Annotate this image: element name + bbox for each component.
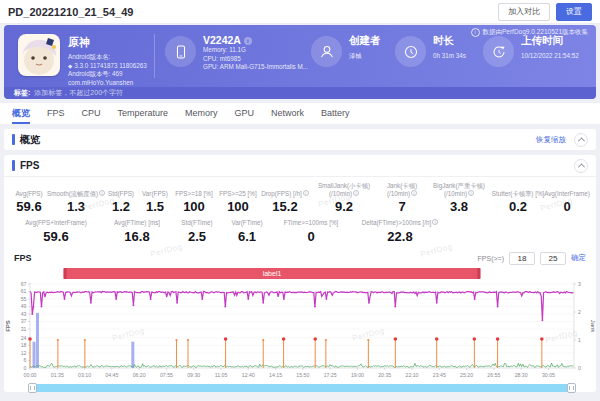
tab-cpu[interactable]: CPU bbox=[82, 103, 101, 124]
stat-label-line2: (/10min)i bbox=[444, 190, 474, 198]
fps-card: FPS Avg(FPS)59.6Smooth(流畅度值)i1.3Std(FPS)… bbox=[4, 155, 596, 392]
tab-network[interactable]: Network bbox=[271, 103, 304, 124]
stat-value: 7 bbox=[398, 200, 405, 214]
stat-label: Std(FTime) bbox=[181, 219, 212, 227]
stat-label: Delta(FTime)>100ms [/h]i bbox=[362, 219, 439, 227]
stat-value: 0.2 bbox=[509, 200, 527, 214]
svg-text:03:10: 03:10 bbox=[78, 372, 91, 378]
svg-text:14:15: 14:15 bbox=[269, 372, 282, 378]
stat-stutter: Stutter(卡顿率) [%]0.2 bbox=[492, 190, 544, 215]
stat-std-fps: Std(FPS)1.2 bbox=[104, 190, 138, 215]
stat-delta-ftime-100ms-h: Delta(FTime)>100ms [/h]i22.8 bbox=[350, 219, 450, 244]
fps-threshold-input-1[interactable] bbox=[509, 252, 535, 265]
stat-label: SmallJank(小卡顿) bbox=[318, 182, 370, 190]
svg-text:28:30: 28:30 bbox=[515, 372, 528, 378]
fps-section-title: FPS bbox=[20, 160, 39, 171]
tab-memory[interactable]: Memory bbox=[185, 103, 218, 124]
app-version-line: ◆3.3.0 11741873 11806263 bbox=[68, 62, 152, 71]
stat-label: Avg(FPS+InterFrame) bbox=[25, 219, 87, 227]
compare-button[interactable]: 加入对比 bbox=[498, 3, 550, 21]
settings-button[interactable]: 设置 bbox=[556, 3, 592, 21]
confirm-button[interactable]: 确定 bbox=[571, 253, 586, 263]
svg-text:61: 61 bbox=[21, 288, 27, 294]
stat-value: 59.6 bbox=[43, 230, 68, 244]
device-gpu: GPU: ARM Mali-G715-Immortalis M... bbox=[203, 63, 308, 72]
tab-fps[interactable]: FPS bbox=[47, 103, 65, 124]
info-icon[interactable]: i bbox=[468, 190, 474, 196]
svg-text:07:55: 07:55 bbox=[160, 372, 173, 378]
info-icon[interactable]: i bbox=[303, 190, 309, 196]
stat-value: 2.5 bbox=[188, 230, 206, 244]
stat-value: 3.8 bbox=[450, 200, 468, 214]
tab-temperature[interactable]: Temperature bbox=[118, 103, 169, 124]
stat-value: 1.2 bbox=[112, 200, 130, 214]
device-info-icon[interactable]: i bbox=[244, 37, 252, 45]
device-model: V2242Ai bbox=[203, 34, 308, 46]
info-icon[interactable]: i bbox=[432, 219, 438, 225]
svg-text:0: 0 bbox=[578, 364, 581, 370]
duration-value: 0h 31m 34s bbox=[433, 52, 466, 61]
app-version-code: Android版本号: 469 bbox=[68, 70, 152, 79]
svg-text:19:00: 19:00 bbox=[351, 372, 364, 378]
stat-value: 1.3 bbox=[67, 200, 85, 214]
svg-text:25:20: 25:20 bbox=[460, 372, 473, 378]
chevron-up-icon bbox=[577, 163, 584, 170]
svg-text:20:35: 20:35 bbox=[378, 372, 391, 378]
stat-value: 22.8 bbox=[387, 230, 412, 244]
tab-overview[interactable]: 概览 bbox=[12, 103, 30, 124]
fps-threshold-label: FPS(>=) bbox=[478, 255, 504, 262]
stat-label: Std(FPS) bbox=[108, 190, 134, 198]
reset-zoom-link[interactable]: 恢复缩放 bbox=[536, 135, 566, 145]
fps-threshold-controls: FPS(>=) 确定 bbox=[478, 252, 586, 265]
stat-avg-ftime-ms: Avg(FTime) [ms]16.8 bbox=[102, 219, 172, 244]
creator-value: 泽械 bbox=[349, 52, 381, 61]
fps-chart-header: FPS FPS(>=) 确定 bbox=[4, 248, 596, 268]
upload-time-value: 10/12/2022 21:54:52 bbox=[521, 52, 579, 61]
device-memory: Memory: 11.1G bbox=[203, 46, 308, 55]
jank-spikes bbox=[28, 337, 543, 368]
app-name: 原神 bbox=[68, 35, 152, 50]
svg-text:09:30: 09:30 bbox=[187, 372, 200, 378]
perfdog-report-page: PD_20221210_21_54_49 加入对比 设置 i 数据由PerfDo… bbox=[0, 0, 600, 392]
tag-bar[interactable]: 标签: 添加标签，不超过200个字符 bbox=[4, 87, 596, 99]
stat-label: Var(FTime) bbox=[231, 219, 262, 227]
svg-text:12:40: 12:40 bbox=[242, 372, 255, 378]
person-icon bbox=[311, 36, 342, 67]
clock-icon bbox=[395, 36, 426, 67]
stat-value: 1.5 bbox=[146, 200, 164, 214]
scrollbar-handle-right[interactable] bbox=[567, 383, 576, 393]
stat-label: FTime>=100ms [%] bbox=[284, 219, 339, 227]
overview-title: 概览 bbox=[20, 133, 40, 147]
stat-smooth: Smooth(流畅度值)i1.3 bbox=[48, 190, 104, 215]
creator-group: 创建者 泽械 bbox=[311, 34, 395, 67]
info-icon[interactable]: i bbox=[353, 190, 359, 196]
info-icon[interactable]: i bbox=[99, 190, 105, 196]
stat-value: 0 bbox=[307, 230, 314, 244]
chart-scrollbar[interactable] bbox=[30, 384, 574, 392]
stat-value: 100 bbox=[183, 200, 205, 214]
chart-gridlines bbox=[30, 284, 574, 368]
collector-version-text: 数据由PerfDog9.0.2210521版本收集 bbox=[483, 28, 589, 37]
collapse-fps-button[interactable] bbox=[574, 159, 588, 173]
stat-label: Avg(InterFrame) bbox=[544, 190, 590, 198]
label-region: label1 bbox=[64, 268, 481, 279]
stutter-line-series bbox=[30, 363, 573, 367]
tab-gpu[interactable]: GPU bbox=[235, 103, 255, 124]
y-axis-right: 0123Jank bbox=[574, 280, 596, 370]
tab-battery[interactable]: Battery bbox=[321, 103, 350, 124]
svg-text:00:00: 00:00 bbox=[24, 372, 37, 378]
collector-version-note: i 数据由PerfDog9.0.2210521版本收集 bbox=[471, 28, 589, 37]
stat-label: BigJank(严重卡顿) bbox=[433, 182, 485, 190]
stat-value: 16.8 bbox=[124, 230, 149, 244]
collapse-overview-button[interactable] bbox=[574, 133, 588, 147]
stat-std-ftime: Std(FTime)2.5 bbox=[172, 219, 222, 244]
stat-var-ftime: Var(FTime)6.1 bbox=[222, 219, 272, 244]
x-axis: 00:0001:3503:1004:4506:2007:5509:3011:05… bbox=[24, 368, 556, 378]
stat-jank: Jank(卡顿)(/10min)i7 bbox=[378, 182, 426, 214]
svg-text:6: 6 bbox=[24, 357, 27, 363]
info-icon[interactable]: i bbox=[411, 190, 417, 196]
stat-avg-interframe: Avg(InterFrame)0 bbox=[544, 190, 590, 215]
stat-fps-25: FPS>=25 [%]100 bbox=[216, 190, 260, 215]
scrollbar-handle-left[interactable] bbox=[28, 383, 37, 393]
fps-threshold-input-2[interactable] bbox=[540, 252, 566, 265]
